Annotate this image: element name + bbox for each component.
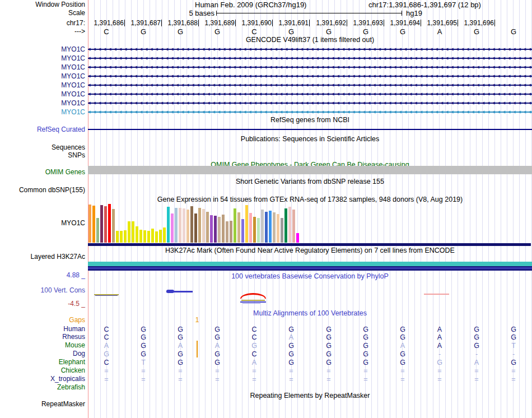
gtex-tissue-bar[interactable]	[234, 208, 236, 243]
gencode-transcript-label[interactable]: MYO1C	[0, 100, 85, 107]
gtex-tissue-bar[interactable]	[108, 204, 111, 243]
repeatmasker-label[interactable]: RepeatMasker	[0, 401, 85, 408]
gtex-tissue-bar[interactable]	[136, 226, 138, 243]
omim-genes-label[interactable]: OMIM Genes	[0, 169, 85, 176]
gtex-tissue-bar[interactable]	[226, 221, 228, 243]
species-label[interactable]: Dog	[0, 350, 85, 357]
gtex-tissue-bar[interactable]	[194, 213, 197, 243]
gtex-tissue-bar[interactable]	[230, 221, 232, 243]
gtex-tissue-bar[interactable]	[128, 221, 130, 243]
gtex-tissue-bar[interactable]	[261, 210, 264, 243]
h3k27ac-signal-navy[interactable]	[88, 266, 532, 271]
omim-gene-bar[interactable]	[88, 166, 532, 174]
gtex-tissue-bar[interactable]	[214, 216, 217, 243]
gtex-tissue-bar[interactable]	[218, 217, 221, 243]
reference-base: C	[236, 28, 273, 36]
gtex-tissue-bar[interactable]	[202, 209, 205, 243]
gtex-tissue-bar[interactable]	[206, 212, 209, 243]
gtex-tissue-bar[interactable]	[273, 212, 276, 243]
phylop-wiggle-mark[interactable]	[242, 303, 260, 304]
gencode-transcript-label[interactable]: MYO1C	[0, 64, 85, 71]
gtex-tissue-bar[interactable]	[292, 210, 295, 243]
gtex-tissue-bar[interactable]	[139, 230, 142, 243]
phylop-wiggle-mark[interactable]	[240, 301, 266, 303]
gtex-tissue-bar[interactable]	[112, 209, 115, 243]
gencode-transcript-item[interactable]: <<<<<<<<<<<<<<<<<<<<<<<<<<<<<<<<<<<<<<<<…	[88, 64, 532, 70]
gtex-tissue-bar[interactable]	[179, 208, 181, 243]
gtex-tissue-bar[interactable]	[245, 205, 248, 243]
species-label[interactable]: Chicken	[0, 367, 85, 374]
gtex-tissue-bar[interactable]	[296, 233, 299, 243]
gtex-tissue-bar[interactable]	[284, 208, 287, 243]
multiz-gaps-label[interactable]: Gaps	[0, 317, 85, 324]
gtex-gene-label[interactable]: MYO1C	[0, 220, 85, 227]
refseq-curated-label[interactable]: RefSeq Curated	[0, 126, 85, 133]
gencode-transcript-label[interactable]: MYO1C	[0, 46, 85, 53]
gtex-tissue-bar[interactable]	[92, 206, 95, 243]
gtex-tissue-bar[interactable]	[132, 221, 134, 243]
phylop-wiggle-mark[interactable]	[166, 290, 174, 293]
gencode-transcript-item[interactable]: <<<<<<<<<<<<<<<<<<<<<<<<<<<<<<<<<<<<<<<<…	[88, 109, 532, 115]
gtex-tissue-bar[interactable]	[175, 208, 178, 243]
species-label[interactable]: Elephant	[0, 359, 85, 366]
layered-h3k27ac-label[interactable]: Layered H3K27Ac	[0, 253, 85, 261]
gencode-transcript-item[interactable]: <<<<<<<<<<<<<<<<<<<<<<<<<<<<<<<<<<<<<<<<…	[88, 47, 532, 52]
species-label[interactable]: Human	[0, 326, 85, 333]
gtex-tissue-bar[interactable]	[277, 214, 279, 243]
gencode-transcript-item[interactable]: <<<<<<<<<<<<<<<<<<<<<<<<<<<<<<<<<<<<<<<<…	[88, 73, 532, 79]
gtex-tissue-bar[interactable]	[288, 207, 291, 243]
phylop-wiggle-mark[interactable]	[424, 294, 449, 295]
conservation-track-label[interactable]: 100 Vert. Cons	[0, 287, 85, 294]
gtex-tissue-bar[interactable]	[155, 231, 158, 243]
gtex-tissue-bar[interactable]	[151, 229, 154, 243]
gtex-tissue-bar[interactable]	[257, 218, 260, 243]
gtex-tissue-bar[interactable]	[159, 230, 162, 243]
common-dbsnp-label[interactable]: Common dbSNP(155)	[0, 187, 85, 194]
gtex-tissue-bar[interactable]	[116, 231, 119, 243]
gtex-tissue-bar[interactable]	[253, 217, 256, 243]
snps-label[interactable]: SNPs	[0, 152, 85, 159]
gencode-transcript-item[interactable]: <<<<<<<<<<<<<<<<<<<<<<<<<<<<<<<<<<<<<<<<…	[88, 82, 532, 88]
gtex-tissue-bar[interactable]	[190, 206, 193, 243]
gtex-tissue-bar[interactable]	[171, 213, 174, 243]
gtex-tissue-bar[interactable]	[265, 212, 268, 243]
species-label[interactable]: Rhesus	[0, 333, 85, 341]
gtex-tissue-bar[interactable]	[104, 206, 107, 243]
gtex-tissue-bar[interactable]	[281, 218, 283, 243]
gencode-transcript-item[interactable]: <<<<<<<<<<<<<<<<<<<<<<<<<<<<<<<<<<<<<<<<…	[88, 100, 532, 106]
gtex-tissue-bar[interactable]	[147, 231, 150, 243]
gtex-tissue-bar[interactable]	[198, 208, 201, 243]
gtex-tissue-bar[interactable]	[167, 207, 170, 243]
gencode-transcript-label[interactable]: MYO1C	[0, 73, 85, 80]
gtex-tissue-bar[interactable]	[241, 219, 244, 243]
gtex-tissue-bar[interactable]	[143, 230, 146, 243]
gtex-tissue-bar[interactable]	[222, 215, 225, 243]
gtex-tissue-bar[interactable]	[96, 218, 99, 243]
gencode-transcript-item[interactable]: <<<<<<<<<<<<<<<<<<<<<<<<<<<<<<<<<<<<<<<<…	[88, 55, 532, 61]
species-label[interactable]: X_tropicalis	[0, 375, 85, 383]
gtex-tissue-bar[interactable]	[88, 205, 91, 243]
refseq-curated-item[interactable]	[88, 129, 532, 130]
gtex-tissue-bar[interactable]	[183, 208, 185, 243]
phylop-wiggle-mark[interactable]	[241, 300, 265, 301]
sequences-label[interactable]: Sequences	[0, 144, 85, 151]
gtex-tissue-bar[interactable]	[249, 213, 252, 243]
gtex-tissue-bar[interactable]	[163, 227, 166, 243]
gtex-tissue-bar[interactable]	[100, 205, 103, 243]
gtex-tissue-bar[interactable]	[186, 210, 189, 243]
species-label[interactable]: Zebrafish	[0, 384, 85, 391]
gencode-transcript-label[interactable]: MYO1C	[0, 109, 85, 116]
genome-browser-image[interactable]: Window Position Human Feb. 2009 (GRCh37/…	[0, 0, 532, 418]
gencode-transcript-label[interactable]: MYO1C	[0, 82, 85, 89]
gencode-transcript-item[interactable]: <<<<<<<<<<<<<<<<<<<<<<<<<<<<<<<<<<<<<<<<…	[88, 91, 532, 97]
gtex-tissue-bar[interactable]	[124, 230, 127, 243]
gtex-tissue-bar[interactable]	[210, 215, 213, 243]
gencode-transcript-label[interactable]: MYO1C	[0, 91, 85, 98]
gencode-transcript-label[interactable]: MYO1C	[0, 55, 85, 62]
phylop-wiggle-mark[interactable]	[95, 295, 118, 296]
species-label[interactable]: Mouse	[0, 342, 85, 349]
gtex-tissue-bar[interactable]	[237, 212, 240, 243]
h3k27ac-signal-teal[interactable]	[88, 262, 532, 266]
gtex-tissue-bar[interactable]	[269, 211, 272, 243]
gtex-tissue-bar[interactable]	[120, 231, 123, 243]
